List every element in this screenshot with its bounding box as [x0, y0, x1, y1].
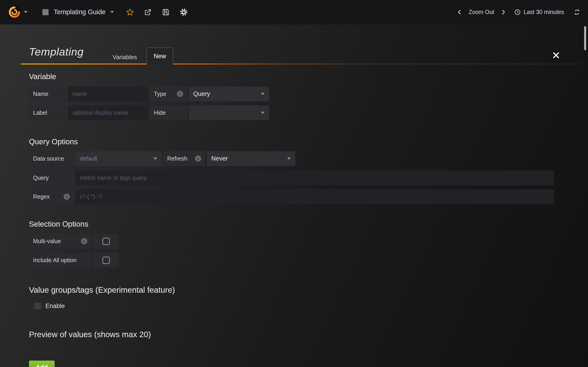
gear-icon: [179, 8, 188, 17]
settings-button[interactable]: [175, 0, 193, 24]
close-icon: [552, 51, 561, 60]
type-select-value: Query: [193, 90, 210, 98]
refresh-button[interactable]: [568, 0, 586, 24]
zoom-out-label: Zoom Out: [468, 9, 494, 15]
refresh-select-value: Never: [211, 155, 228, 162]
time-range-label: Last 30 minutes: [524, 9, 564, 15]
refresh-select[interactable]: Never: [207, 151, 295, 166]
dashboard-grid-icon: [42, 8, 49, 16]
checkbox-unchecked-icon: [103, 238, 110, 245]
star-button[interactable]: [121, 0, 139, 24]
type-label: Type i: [150, 86, 187, 101]
data-source-label: Data source: [29, 151, 74, 166]
preview-heading: Preview of values (shows max 20): [29, 330, 151, 339]
clock-icon: [514, 9, 521, 16]
dashboard-title: Templating Guide: [54, 8, 106, 16]
caret-down-icon: [24, 11, 27, 13]
grafana-menu-button[interactable]: [0, 0, 35, 24]
variable-label-input[interactable]: [68, 105, 148, 120]
zoom-out-button[interactable]: Zoom Out: [466, 0, 496, 24]
caret-down-icon: [110, 11, 114, 13]
label-label: Label: [29, 105, 66, 120]
multi-value-checkbox[interactable]: [94, 234, 119, 249]
variable-name-input[interactable]: [68, 86, 148, 101]
variable-section-heading: Variable: [29, 72, 56, 81]
data-source-select[interactable]: default: [75, 151, 162, 166]
info-icon[interactable]: i: [177, 91, 183, 97]
query-options-heading: Query Options: [29, 137, 78, 146]
enable-checkbox[interactable]: [35, 303, 41, 309]
add-button[interactable]: Add: [29, 361, 55, 367]
time-forward-button[interactable]: [497, 0, 510, 24]
page-title: Templating: [29, 45, 84, 58]
dashboard-title-button[interactable]: Templating Guide: [35, 0, 121, 24]
info-icon[interactable]: i: [81, 238, 87, 244]
regex-label: Regex i: [29, 189, 74, 204]
navbar: Templating Guide: [0, 0, 588, 24]
value-groups-heading: Value groups/tags (Experimental feature): [29, 285, 175, 294]
caret-down-icon: [261, 112, 265, 114]
save-icon: [162, 8, 170, 16]
regex-input[interactable]: [75, 189, 554, 204]
chevron-right-icon: [500, 9, 506, 15]
query-input[interactable]: [75, 170, 554, 185]
grafana-logo-icon: [7, 5, 22, 19]
tab-divider-line: [21, 64, 147, 65]
share-icon: [144, 8, 152, 16]
tab-divider-line-fade: [173, 64, 581, 65]
close-button[interactable]: [552, 51, 561, 60]
share-button[interactable]: [139, 0, 157, 24]
scrollbar-thumb[interactable]: [584, 26, 586, 50]
name-label: Name: [29, 86, 66, 101]
type-select[interactable]: Query: [189, 86, 269, 101]
selection-options-heading: Selection Options: [29, 220, 88, 228]
query-label: Query: [29, 170, 74, 185]
navbar-spacer: [193, 0, 453, 24]
enable-label: Enable: [45, 303, 65, 309]
refresh-icon: [573, 8, 581, 16]
hide-label: Hide: [150, 105, 187, 120]
multi-value-label: Multi-value i: [29, 234, 91, 249]
caret-down-icon: [287, 158, 291, 160]
star-icon: [126, 8, 134, 16]
hide-select[interactable]: [189, 105, 269, 120]
tab-variables[interactable]: Variables: [110, 52, 139, 63]
info-icon[interactable]: i: [64, 194, 70, 200]
tab-new[interactable]: New: [147, 48, 173, 65]
time-back-button[interactable]: [453, 0, 466, 24]
refresh-label: Refresh i: [163, 151, 205, 166]
info-icon[interactable]: i: [195, 156, 201, 162]
include-all-checkbox[interactable]: [94, 253, 119, 268]
save-button[interactable]: [157, 0, 175, 24]
time-range-picker[interactable]: Last 30 minutes: [510, 0, 569, 24]
chevron-left-icon: [456, 9, 463, 15]
caret-down-icon: [261, 93, 265, 95]
include-all-label: Include All option: [29, 253, 91, 268]
caret-down-icon: [153, 158, 157, 160]
checkbox-unchecked-icon: [103, 257, 110, 264]
data-source-select-value: default: [80, 155, 97, 162]
